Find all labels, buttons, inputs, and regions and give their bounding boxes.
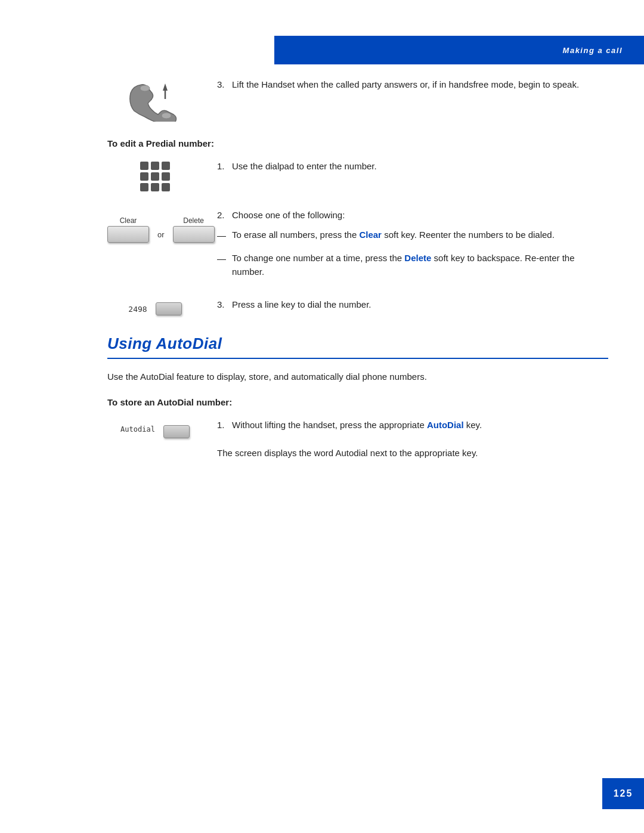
linekey-step-row: 2498 3. Press a line key to dial the num… — [107, 298, 608, 315]
dialpad-key — [151, 183, 159, 191]
autodial-section-title: Using AutoDial — [107, 335, 222, 352]
dialpad-key — [151, 162, 159, 170]
clear-softkey-button — [107, 226, 149, 243]
dialpad-key — [162, 162, 170, 170]
dialpad-key — [162, 183, 170, 191]
step2-text: 2. Choose one of the following: — [217, 208, 608, 222]
dialpad-step-text: 1. Use the dialpad to enter the number. — [217, 159, 608, 173]
linekey-step-text: 3. Press a line key to dial the number. — [217, 298, 608, 311]
autodial-step1-before: Without lifting the handset, press the a… — [232, 420, 427, 430]
handset-icon — [122, 80, 188, 122]
store-autodial-subheading: To store an AutoDial number: — [107, 397, 608, 407]
page-number-badge: 125 — [602, 778, 644, 809]
page-number: 125 — [614, 788, 633, 799]
clear-key-text: Clear — [359, 230, 382, 240]
step1-content: Use the dialpad to enter the number. — [232, 161, 377, 171]
svg-point-3 — [162, 113, 171, 119]
delete-key-text: Delete — [404, 253, 431, 263]
autodial-section-wrapper: Using AutoDial — [107, 335, 608, 359]
step3-content: Lift the Handset when the called party a… — [232, 79, 579, 89]
autodial-step1-number: 1. — [217, 420, 225, 430]
clear-label: Clear — [120, 216, 137, 225]
step3-linekey-number: 3. — [217, 299, 225, 309]
choose-row: Clear or Delete 2. Choose one of the fol… — [107, 208, 608, 287]
autodial-key-display: Autodial — [120, 423, 190, 438]
dialpad-key — [140, 172, 148, 181]
svg-marker-0 — [163, 83, 168, 91]
header-bar: Making a call — [274, 36, 644, 64]
step3-text: 3. Lift the Handset when the called part… — [217, 78, 608, 91]
step2-content: Choose one of the following: — [232, 210, 345, 220]
autodial-key-text: AutoDial — [427, 420, 464, 430]
edit-predial-subheading: To edit a Predial number: — [107, 138, 608, 148]
choose-text-col: 2. Choose one of the following: — To era… — [217, 208, 608, 287]
svg-point-2 — [140, 85, 150, 91]
autodial-key-label: Autodial — [120, 425, 155, 433]
softkey-images-col: Clear or Delete — [107, 208, 203, 243]
dash-item-delete: — To change one number at a time, press … — [217, 251, 608, 279]
dialpad-key — [140, 183, 148, 191]
linekey-display: 2498 — [128, 302, 181, 315]
autodial-step-row: Autodial 1. Without lifting the handset,… — [107, 418, 608, 460]
autodial-step1-after: key. — [464, 420, 482, 430]
dialpad-image — [107, 159, 203, 191]
dialpad-key — [140, 162, 148, 170]
autodial-title-text: Using AutoDial — [107, 335, 222, 352]
header-title: Making a call — [563, 46, 623, 55]
dash-item-delete-text: To change one number at a time, press th… — [232, 251, 608, 279]
step1-number: 1. — [217, 161, 225, 171]
step2-number: 2. — [217, 210, 225, 220]
dialpad-key — [151, 172, 159, 181]
linekey-number: 2498 — [128, 305, 147, 314]
linekey-image: 2498 — [107, 298, 203, 315]
softkey-row: Clear or Delete — [107, 216, 215, 243]
autodial-step1-followup: The screen displays the word Autodial ne… — [217, 448, 478, 458]
step3-number: 3. — [217, 79, 225, 89]
step3-linekey-content: Press a line key to dial the number. — [232, 299, 371, 309]
dash-list: — To erase all numbers, press the Clear … — [217, 228, 608, 278]
dialpad-step-row: 1. Use the dialpad to enter the number. — [107, 159, 608, 191]
autodial-key-image: Autodial — [107, 418, 203, 438]
handset-image — [107, 78, 203, 122]
step3-row: 3. Lift the Handset when the called part… — [107, 78, 608, 122]
autodial-step1-text: 1. Without lifting the handset, press th… — [217, 418, 608, 460]
autodial-key-button — [163, 425, 190, 438]
dash-item-clear: — To erase all numbers, press the Clear … — [217, 228, 608, 242]
delete-softkey-button — [173, 226, 215, 243]
linekey-button — [156, 302, 182, 315]
delete-label: Delete — [183, 216, 204, 225]
dialpad-key — [162, 172, 170, 181]
dash-symbol-2: — — [217, 252, 226, 265]
dialpad-grid — [140, 162, 170, 191]
dash-symbol-1: — — [217, 228, 226, 242]
autodial-description: Use the AutoDial feature to display, sto… — [107, 370, 608, 384]
main-content: 3. Lift the Handset when the called part… — [107, 78, 608, 476]
or-text: or — [157, 230, 165, 239]
dash-item-clear-text: To erase all numbers, press the Clear so… — [232, 228, 555, 241]
